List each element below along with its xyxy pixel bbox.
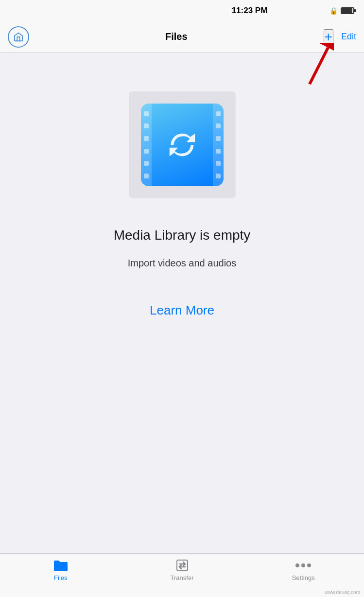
main-content: Media Library is empty Import videos and… — [0, 53, 364, 553]
tab-files-label: Files — [54, 574, 67, 581]
folder-icon — [53, 559, 69, 572]
tab-settings-label: Settings — [292, 574, 315, 581]
add-button[interactable]: + — [324, 29, 333, 45]
svg-rect-2 — [177, 560, 188, 571]
film-strip-left — [141, 104, 152, 186]
app-icon — [141, 104, 224, 186]
page-title: Files — [29, 31, 324, 42]
status-time: 11:23 PM — [170, 6, 329, 16]
lock-icon: 🔒 — [329, 7, 338, 15]
nav-left — [8, 26, 29, 48]
tab-settings[interactable]: Settings — [243, 559, 364, 581]
settings-dots-icon — [295, 559, 311, 572]
app-icon-container — [129, 91, 236, 198]
tab-transfer-label: Transfer — [171, 574, 194, 581]
refresh-arrows-icon — [165, 128, 199, 162]
tab-files[interactable]: Files — [0, 559, 121, 581]
home-icon[interactable] — [8, 26, 29, 48]
empty-subtitle: Import videos and audios — [128, 258, 236, 269]
status-bar: 11:23 PM 🔒 — [0, 0, 364, 21]
nav-bar: Files + Edit — [0, 21, 364, 53]
tab-transfer[interactable]: Transfer — [121, 559, 243, 581]
battery-icon — [341, 7, 354, 14]
film-strip-right — [213, 104, 224, 186]
tab-bar: Files Transfer Settings — [0, 553, 364, 597]
nav-actions: + Edit — [324, 29, 356, 45]
edit-button[interactable]: Edit — [341, 32, 356, 42]
status-right-icons: 🔒 — [329, 7, 354, 15]
watermark: www.deuaq.com — [325, 590, 360, 595]
transfer-icon — [175, 559, 189, 572]
empty-title: Media Library is empty — [114, 228, 251, 243]
learn-more-button[interactable]: Learn More — [140, 298, 224, 323]
